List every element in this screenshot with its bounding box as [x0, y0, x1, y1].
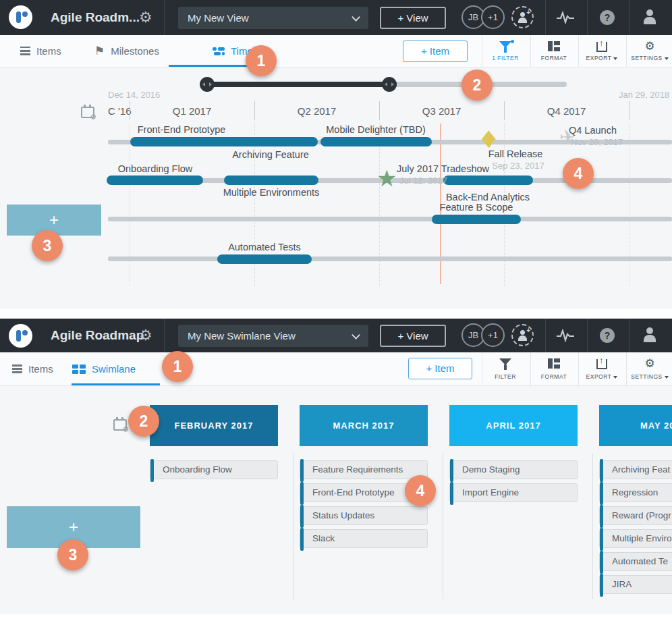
card-accent-bar: [300, 482, 304, 505]
timeline-icon: [213, 47, 225, 55]
annotation-callout-1: 1: [246, 45, 277, 76]
tab-items[interactable]: Items: [20, 35, 61, 67]
help-icon[interactable]: ?: [600, 328, 615, 343]
slider-handle-left[interactable]: [200, 77, 215, 92]
export-button[interactable]: EXPORT: [578, 352, 625, 385]
swimlane-card[interactable]: Multiple Enviro: [599, 529, 672, 548]
view-selector-dropdown[interactable]: My New View: [178, 7, 368, 29]
format-layout-icon: [548, 358, 560, 369]
filter-button[interactable]: 1 FILTER: [482, 35, 529, 67]
roadmunk-logo-icon[interactable]: [9, 5, 32, 29]
card-label: Multiple Enviro: [612, 530, 672, 547]
swimlane-card[interactable]: Slack: [300, 529, 428, 548]
card-accent-bar: [600, 551, 603, 574]
column-divider: [293, 454, 293, 599]
calendar-settings-icon[interactable]: [113, 419, 127, 431]
annotation-callout-2: 2: [128, 406, 159, 437]
add-view-button[interactable]: + View: [380, 7, 446, 29]
account-person-icon[interactable]: [643, 9, 656, 24]
bar-label: Multiple Environments: [211, 187, 332, 198]
tab-label: Milestones: [111, 45, 159, 57]
format-button[interactable]: FORMAT: [530, 352, 578, 385]
settings-button[interactable]: SETTINGS: [626, 352, 672, 385]
filter-funnel-icon: [499, 358, 512, 371]
topbar-divider: [587, 319, 588, 352]
add-item-button[interactable]: + Item: [408, 358, 472, 379]
roadmunk-logo-icon[interactable]: [9, 324, 32, 348]
roadmap-title[interactable]: Agile Roadm...: [51, 0, 140, 35]
timeline-bar-back-end-analytics[interactable]: [443, 176, 533, 185]
activity-pulse-icon[interactable]: [557, 11, 574, 24]
bar-label: Mobile Delighter (TBD): [315, 124, 437, 135]
invite-user-icon[interactable]: [511, 6, 534, 28]
card-accent-bar: [600, 574, 603, 597]
topbar-divider: [164, 0, 165, 35]
calendar-settings-icon[interactable]: [81, 107, 94, 118]
add-item-button[interactable]: + Item: [403, 40, 468, 62]
activity-pulse-icon[interactable]: [557, 329, 574, 342]
swimlane-card[interactable]: Reward (Progr: [599, 506, 672, 525]
timeline-bar-archiving-feature[interactable]: [223, 137, 318, 146]
axis-label: Q3 2017: [379, 105, 504, 117]
swimlane-column-header-april[interactable]: APRIL 2017: [449, 405, 578, 446]
card-accent-bar: [600, 459, 603, 482]
export-button[interactable]: EXPORT: [578, 35, 625, 67]
swimlane-card[interactable]: Feature Requirements: [300, 460, 428, 479]
diamond-milestone-icon[interactable]: [482, 127, 496, 150]
swimlane-column-header-february[interactable]: FEBRUARY 2017: [150, 405, 278, 446]
timeline-bar-automated-tests[interactable]: [217, 254, 312, 264]
roadmap-title[interactable]: Agile Roadmap: [51, 319, 144, 352]
settings-button[interactable]: SETTINGS: [626, 35, 672, 67]
help-icon[interactable]: ?: [600, 10, 615, 25]
swimlane-card[interactable]: Import Engine: [449, 483, 578, 502]
card-label: Reward (Progr: [612, 507, 672, 524]
gridline: [379, 123, 380, 286]
add-row-button[interactable]: +: [7, 205, 101, 236]
swimlane-card[interactable]: Automated Te: [599, 552, 672, 571]
card-label: Regression: [612, 484, 672, 502]
swimlane-column-header-may[interactable]: MAY 2017: [599, 405, 672, 446]
add-view-button[interactable]: + View: [380, 325, 446, 347]
swimlane-card[interactable]: JIRA: [599, 575, 672, 594]
export-upload-icon: [596, 359, 607, 369]
timeline-bar-feature-b-scope[interactable]: [432, 215, 521, 224]
chevron-down-icon: [352, 13, 360, 22]
timeline-bar-onboarding-flow[interactable]: [107, 176, 203, 185]
swimlane-card[interactable]: Archiving Feat: [599, 460, 672, 479]
card-label: JIRA: [612, 576, 672, 593]
avatar-overflow-count[interactable]: +1: [481, 5, 505, 29]
settings-gear-icon: [644, 39, 654, 53]
view-selector-dropdown[interactable]: My New Swimlane View: [178, 325, 368, 347]
card-label: Automated Te: [612, 553, 672, 570]
tab-swimlane[interactable]: Swimlane: [72, 352, 136, 385]
bar-label: Feature B Scope: [422, 202, 530, 213]
chevron-down-icon: [352, 331, 360, 340]
timeline-bar-mobile-delighter[interactable]: [320, 137, 432, 146]
star-milestone-icon[interactable]: [376, 167, 397, 190]
timeline-bar-front-end-prototype[interactable]: [130, 137, 233, 146]
tab-milestones[interactable]: Milestones: [94, 35, 159, 67]
format-button[interactable]: FORMAT: [530, 35, 578, 67]
card-accent-bar: [600, 528, 603, 551]
slider-handle-right[interactable]: [382, 77, 397, 92]
filter-button[interactable]: FILTER: [482, 352, 529, 385]
roadmap-settings-gear-icon[interactable]: [139, 328, 152, 343]
timeline-bar-multiple-environments[interactable]: [224, 176, 318, 185]
swimlane-column-header-march[interactable]: MARCH 2017: [300, 405, 428, 446]
swimlane-card[interactable]: Demo Staging: [449, 460, 578, 479]
invite-user-icon[interactable]: [511, 324, 534, 346]
swimlane-card[interactable]: Regression: [599, 483, 672, 502]
tab-items[interactable]: Items: [12, 352, 53, 385]
avatar-overflow-count[interactable]: +1: [481, 323, 505, 347]
range-start-date: Dec 14, 2016: [108, 90, 160, 100]
axis-tick: [629, 101, 629, 120]
date-range-slider-selected[interactable]: [202, 82, 397, 87]
roadmap-settings-gear-icon[interactable]: [139, 10, 152, 25]
account-person-icon[interactable]: [643, 327, 656, 342]
annotation-callout-1: 1: [162, 351, 193, 382]
milestone-date: Nov 20, 2017: [571, 137, 623, 147]
swimlane-card[interactable]: Onboarding Flow: [150, 460, 278, 479]
topbar-divider: [629, 0, 629, 35]
timeline-screenshot: Agile Roadm... My New View + View JB +1 …: [0, 0, 672, 309]
swimlane-card[interactable]: Status Updates: [300, 506, 428, 525]
